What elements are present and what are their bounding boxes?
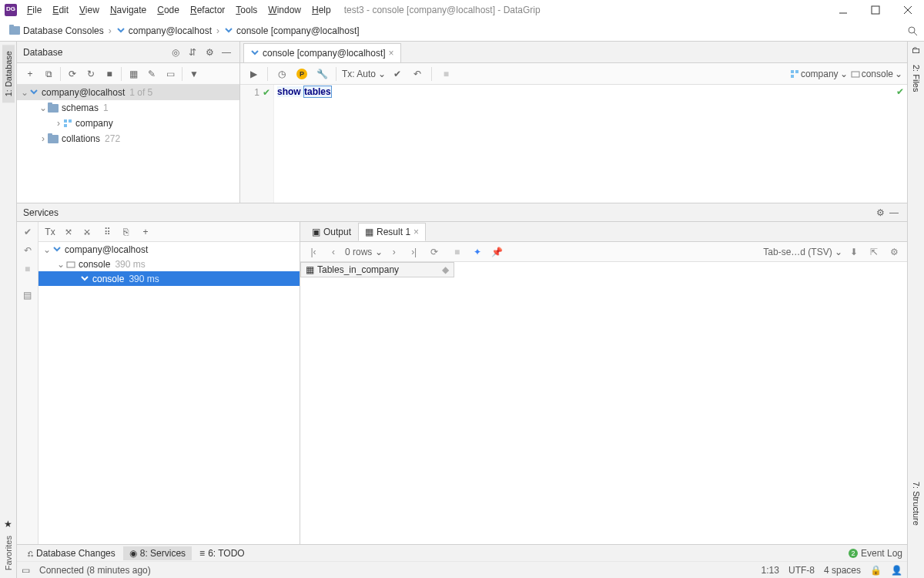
rollback-button[interactable]: ↶ xyxy=(409,66,426,82)
chevron-down-icon[interactable]: ⌄ xyxy=(20,87,29,98)
schema-selector[interactable]: company ⌄ xyxy=(790,69,848,79)
refresh-button[interactable]: ⟳ xyxy=(64,66,81,82)
gear-icon[interactable]: ⚙ xyxy=(203,45,216,59)
edit-icon[interactable]: ✎ xyxy=(143,66,160,82)
minimize-button[interactable] xyxy=(827,0,859,20)
menu-tools[interactable]: Tools xyxy=(230,2,263,18)
close-tab-icon[interactable]: × xyxy=(389,48,394,59)
result-table[interactable]: ▦ Tables_in_company ◆ xyxy=(300,262,907,544)
download-icon[interactable]: ⬇ xyxy=(845,244,862,260)
tx-mode-selector[interactable]: Tx: Auto ⌄ xyxy=(342,69,386,79)
tree-node-collations[interactable]: › collations 272 xyxy=(17,131,239,146)
menu-file[interactable]: File xyxy=(22,2,47,18)
first-page-icon[interactable]: |‹ xyxy=(305,244,322,260)
panel-title: Services xyxy=(23,207,59,218)
rows-selector[interactable]: 0 rows ⌄ xyxy=(345,247,383,257)
editor-tab-console[interactable]: console [company@localhost] × xyxy=(243,43,401,62)
tab-result[interactable]: ▦ Result 1 × xyxy=(358,223,426,241)
tab-database-changes[interactable]: ⎌Database Changes xyxy=(22,546,122,560)
caret-position[interactable]: 1:13 xyxy=(762,565,779,576)
svg-rect-10 xyxy=(795,70,798,73)
breadcrumb-item-consoles[interactable]: Database Consoles xyxy=(6,24,107,38)
reload-icon[interactable]: ⟳ xyxy=(426,244,443,260)
chevron-right-icon: › xyxy=(216,25,219,36)
explain-plan-button[interactable]: P xyxy=(293,66,310,82)
sync-button[interactable]: ↻ xyxy=(82,66,99,82)
tab-todo[interactable]: ≡6: TODO xyxy=(193,546,251,560)
chevron-down-icon[interactable]: ⌄ xyxy=(38,102,48,113)
inspector-icon[interactable]: 👤 xyxy=(891,565,902,576)
filter-by-icon[interactable]: ⎘ xyxy=(117,223,134,240)
chevron-down-icon[interactable]: ⌄ xyxy=(57,259,66,270)
menu-code[interactable]: Code xyxy=(152,2,185,18)
menu-help[interactable]: Help xyxy=(306,2,336,18)
menu-refactor[interactable]: Refactor xyxy=(185,2,230,18)
service-node-datasource[interactable]: ⌄ company@localhost xyxy=(38,242,300,257)
target-icon[interactable]: ◎ xyxy=(169,45,182,59)
duplicate-button[interactable]: ⧉ xyxy=(40,66,57,82)
service-node-console-run[interactable]: console 390 ms xyxy=(38,271,300,286)
breadcrumb-item-datasource[interactable]: company@localhost xyxy=(113,24,215,38)
tab-output[interactable]: ▣ Output xyxy=(305,223,358,241)
commit-button[interactable]: ✔ xyxy=(389,66,406,82)
prev-page-icon[interactable]: ‹ xyxy=(325,244,342,260)
hide-icon[interactable]: — xyxy=(887,206,901,220)
menu-window[interactable]: Window xyxy=(263,2,306,18)
close-button[interactable] xyxy=(892,0,924,20)
toolwindow-tab-structure[interactable]: 7: Structure xyxy=(910,476,922,532)
column-header[interactable]: ▦ Tables_in_company ◆ xyxy=(300,262,454,277)
maximize-button[interactable] xyxy=(859,0,892,20)
toolwindow-tab-database[interactable]: 1: Database xyxy=(2,45,15,102)
menu-navigate[interactable]: Navigate xyxy=(105,2,152,18)
tree-node-company[interactable]: › company xyxy=(17,116,239,131)
export-format-selector[interactable]: Tab-se…d (TSV) ⌄ xyxy=(763,247,842,257)
rollback-icon[interactable]: ↶ xyxy=(21,244,35,257)
gear-icon[interactable]: ⚙ xyxy=(873,206,887,220)
chevron-right-icon[interactable]: › xyxy=(54,118,63,129)
menu-edit[interactable]: Edit xyxy=(47,2,74,18)
menu-view[interactable]: View xyxy=(74,2,105,18)
search-icon[interactable] xyxy=(907,25,918,36)
chevron-down-icon[interactable]: ⌄ xyxy=(43,244,52,255)
indent-setting[interactable]: 4 spaces xyxy=(824,565,861,576)
chevron-right-icon[interactable]: › xyxy=(38,133,48,144)
file-encoding[interactable]: UTF-8 xyxy=(788,565,815,576)
event-log-button[interactable]: 2Event Log xyxy=(849,548,902,559)
add-service-button[interactable]: + xyxy=(137,223,154,240)
wrench-icon[interactable]: 🔧 xyxy=(313,66,330,82)
pin-icon[interactable]: 📌 xyxy=(489,244,506,260)
next-page-icon[interactable]: › xyxy=(386,244,403,260)
breadcrumb-item-console[interactable]: console [company@localhost] xyxy=(221,24,363,38)
lock-icon[interactable]: 🔒 xyxy=(870,565,882,576)
add-button[interactable]: + xyxy=(22,66,38,82)
console-button[interactable]: ▭ xyxy=(162,66,179,82)
group-icon[interactable]: ⠿ xyxy=(99,223,116,240)
tree-label: schemas xyxy=(62,102,99,113)
run-button[interactable]: ▶ xyxy=(245,66,262,82)
history-icon[interactable]: ◷ xyxy=(273,66,290,82)
code-editor[interactable]: show tables ✔ xyxy=(274,85,907,203)
filter-icon[interactable]: ▼ xyxy=(186,66,203,82)
sort-icon[interactable]: ◆ xyxy=(442,264,449,275)
check-icon[interactable]: ✔ xyxy=(21,225,35,239)
gear-icon[interactable]: ⚙ xyxy=(886,244,902,260)
table-icon[interactable]: ▦ xyxy=(125,66,142,82)
last-page-icon[interactable]: ›| xyxy=(406,244,423,260)
collapse-all-icon[interactable]: ⤩ xyxy=(79,223,95,240)
toolwindow-tab-favorites[interactable]: Favorites xyxy=(4,536,13,570)
service-node-console[interactable]: ⌄ console 390 ms xyxy=(38,257,300,271)
tab-services[interactable]: ◉8: Services xyxy=(123,546,192,560)
chevron-right-icon: › xyxy=(109,25,112,36)
upload-icon[interactable]: ⇱ xyxy=(865,244,882,260)
session-selector[interactable]: console ⌄ xyxy=(851,69,902,79)
expand-all-icon[interactable]: ⤧ xyxy=(60,223,77,240)
compare-icon[interactable]: ✦ xyxy=(469,244,486,260)
collapse-icon[interactable]: ⇵ xyxy=(186,45,199,59)
stop-button[interactable]: ■ xyxy=(101,66,118,82)
layout-icon[interactable]: ▤ xyxy=(21,288,35,302)
tree-node-datasource[interactable]: ⌄ company@localhost 1 of 5 xyxy=(17,85,239,100)
hide-icon[interactable]: — xyxy=(219,45,233,59)
tree-node-schemas[interactable]: ⌄ schemas 1 xyxy=(17,100,239,116)
toolwindow-tab-files[interactable]: 2: Files xyxy=(910,59,922,98)
close-tab-icon[interactable]: × xyxy=(413,227,419,237)
